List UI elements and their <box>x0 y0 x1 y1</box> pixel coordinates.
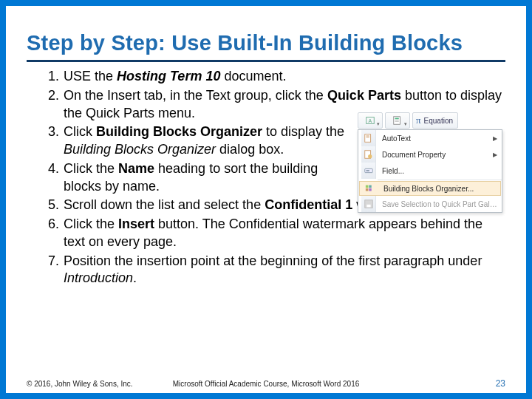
submenu-arrow-icon: ▶ <box>493 151 497 158</box>
svg-rect-5 <box>395 121 399 122</box>
svg-rect-7 <box>366 136 369 137</box>
document-property-icon <box>364 149 374 160</box>
step-text: Click the <box>64 216 118 231</box>
step-text: On the Insert tab, in the Text group, cl… <box>64 88 327 103</box>
step-text: dialog box. <box>216 142 284 157</box>
svg-rect-14 <box>369 185 372 188</box>
menu-item-autotext[interactable]: AutoText ▶ <box>358 130 502 146</box>
slide-frame: Step by Step: Use Built-In Building Bloc… <box>0 0 532 399</box>
step-text: Name <box>118 161 154 176</box>
step-number: 7. <box>38 253 59 270</box>
quick-parts-icon <box>392 115 403 126</box>
svg-text:A: A <box>368 118 372 123</box>
svg-rect-12 <box>366 170 369 171</box>
step-number: 3. <box>38 123 59 141</box>
equation-button[interactable]: π Equation <box>412 112 458 129</box>
menu-item-document-property[interactable]: Document Property ▶ <box>358 146 502 163</box>
text-box-icon: A <box>365 115 375 126</box>
field-icon <box>364 166 374 176</box>
step-text: document. <box>220 69 286 83</box>
step-text: Building Blocks Organizer <box>96 124 262 139</box>
step-item: 7.Position the insertion point at the be… <box>64 253 505 288</box>
pi-icon: π <box>416 115 421 126</box>
step-text: Scroll down the list and select the <box>64 197 265 212</box>
svg-rect-16 <box>369 188 372 191</box>
step-text: Insert <box>118 216 154 231</box>
organizer-icon <box>365 183 375 194</box>
step-text: USE the <box>64 69 117 83</box>
step-text: Position the insertion point at the begi… <box>64 253 482 268</box>
quick-parts-menu: AutoText ▶ Document Property ▶ Field... <box>358 129 502 213</box>
step-text: Click <box>64 124 96 139</box>
step-text: Click the <box>64 161 118 176</box>
menu-item-save-selection[interactable]: Save Selection to Quick Part Gallery... <box>358 196 502 212</box>
step-number: 4. <box>38 160 59 178</box>
ribbon-strip: A π Equation <box>358 112 502 129</box>
svg-point-10 <box>368 154 372 158</box>
step-number: 1. <box>38 68 59 86</box>
menu-item-field[interactable]: Field... <box>358 163 502 179</box>
step-number: 6. <box>38 216 59 233</box>
menu-label: Save Selection to Quick Part Gallery... <box>382 200 497 208</box>
quick-parts-illustration: A π Equation AutoText ▶ <box>358 112 502 213</box>
svg-rect-4 <box>395 120 399 120</box>
autotext-icon <box>364 133 374 143</box>
slide-title: Step by Step: Use Built-In Building Bloc… <box>27 31 505 62</box>
step-text: Introduction <box>64 270 133 285</box>
equation-label: Equation <box>424 117 453 125</box>
menu-item-building-blocks-organizer[interactable]: Building Blocks Organizer... <box>359 181 501 196</box>
submenu-arrow-icon: ▶ <box>493 135 497 142</box>
slide-footer: © 2016, John Wiley & Sons, Inc. Microsof… <box>27 378 505 389</box>
menu-label: AutoText <box>382 134 488 143</box>
svg-rect-3 <box>395 118 399 120</box>
step-text: to display the <box>262 124 344 139</box>
menu-separator <box>378 180 502 180</box>
step-text: Hosting Term 10 <box>117 69 220 83</box>
step-number: 2. <box>38 87 59 105</box>
svg-rect-18 <box>366 205 370 208</box>
step-number: 5. <box>38 197 59 214</box>
quick-parts-button[interactable] <box>385 112 410 129</box>
step-text: . <box>133 270 137 285</box>
menu-label: Building Blocks Organizer... <box>383 185 496 193</box>
step-text: Quick Parts <box>327 88 401 103</box>
svg-rect-8 <box>366 137 369 137</box>
step-text: Confidential 1 <box>265 197 352 212</box>
svg-rect-15 <box>365 188 368 191</box>
svg-rect-13 <box>365 185 368 188</box>
menu-label: Document Property <box>382 151 488 159</box>
step-text: Building Blocks Organizer <box>64 142 216 157</box>
course-text: Microsoft Official Academic Course, Micr… <box>27 380 505 388</box>
svg-rect-6 <box>364 134 370 143</box>
content-area: 1.USE the Hosting Term 10 document.2.On … <box>27 68 505 287</box>
menu-label: Field... <box>382 167 497 175</box>
text-box-button[interactable]: A <box>358 112 383 129</box>
step-item: 6.Click the Insert button. The Confident… <box>64 216 505 251</box>
save-icon <box>364 199 374 209</box>
step-item: 1.USE the Hosting Term 10 document. <box>64 68 505 86</box>
